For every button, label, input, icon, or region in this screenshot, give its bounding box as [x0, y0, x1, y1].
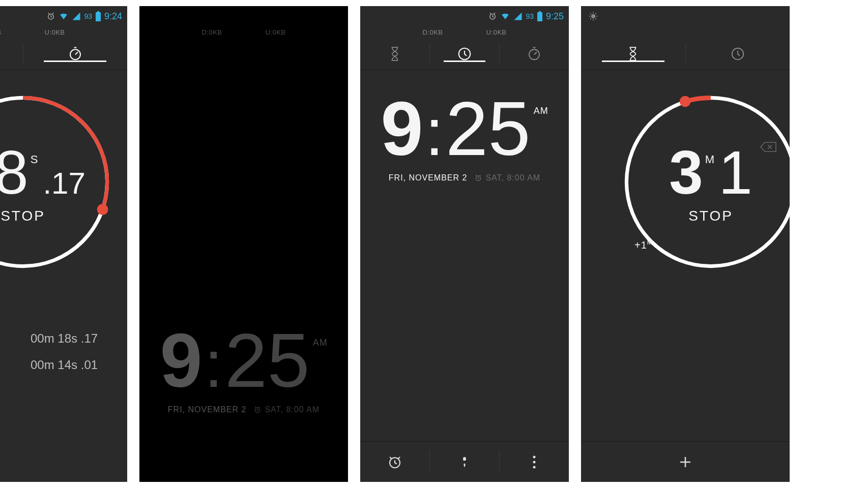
svg-rect-9 [537, 12, 542, 21]
timer-screen: 3 M 1 STOP +1M [581, 6, 790, 482]
alarm-status-icon [46, 12, 55, 21]
stopwatch-dial[interactable]: 18 S .17 STOP [0, 90, 127, 276]
status-time: 9:25 [546, 11, 564, 22]
tab-timer[interactable] [581, 46, 685, 62]
data-rate: D:0KB U:0KB [360, 26, 569, 38]
tab-stopwatch[interactable] [23, 46, 128, 62]
clock-colon: : [205, 326, 223, 402]
clock-minute: 25 [225, 322, 310, 399]
wifi-icon [500, 12, 510, 21]
clock-hour: 9 [381, 90, 423, 167]
status-bar: 93 9:24 [0, 6, 127, 26]
next-alarm: SAT, 8:00 AM [474, 173, 540, 182]
bottom-bar [581, 441, 790, 482]
data-rate: D:0KB U:0KB [139, 26, 348, 38]
battery-icon [537, 11, 543, 21]
battery-level: 93 [84, 12, 92, 20]
battery-level: 93 [526, 12, 534, 20]
lap-cell: m 14s .01 [0, 358, 15, 372]
stopwatch-fraction: .17 [43, 166, 85, 201]
stopwatch-unit: S [31, 153, 38, 166]
alarm-status-icon [488, 12, 497, 21]
download-rate: D:0KB [422, 28, 443, 36]
clock-hour: 9 [160, 322, 202, 399]
tab-clock[interactable] [686, 46, 790, 62]
status-bar [139, 6, 348, 26]
timer-unit: M [705, 153, 714, 166]
timer-time: 3 M 1 [669, 142, 753, 203]
top-tabs [0, 38, 127, 70]
clock-date: FRI, NOVEMBER 2 [168, 405, 247, 414]
alarm-icon [253, 406, 262, 414]
next-alarm-text: SAT, 8:00 AM [485, 173, 540, 182]
stopwatch-seconds: 18 [0, 142, 28, 203]
timer-dial[interactable]: 3 M 1 STOP +1M [581, 90, 790, 276]
stop-button[interactable]: STOP [1, 208, 45, 224]
overflow-menu-button[interactable] [500, 455, 569, 469]
wifi-icon [59, 12, 69, 21]
battery-icon [95, 11, 101, 21]
svg-point-15 [463, 461, 466, 464]
delete-timer-button[interactable] [760, 141, 777, 155]
next-alarm-text: SAT, 8:00 AM [265, 405, 320, 414]
clock-ampm: AM [534, 106, 548, 116]
alarm-icon [474, 174, 482, 182]
plus-one-minute-button[interactable]: +1M [634, 239, 653, 251]
svg-rect-1 [96, 12, 101, 21]
next-alarm: SAT, 8:00 AM [253, 405, 320, 414]
top-tabs [360, 38, 569, 70]
svg-point-17 [533, 461, 536, 463]
upload-rate: U:0KB [265, 28, 285, 36]
lap-cell: 00m 14s .01 [31, 358, 112, 372]
stop-button[interactable]: STOP [688, 208, 733, 224]
lap-cell: 00m 18s .17 [31, 331, 112, 346]
world-clock-button[interactable] [430, 453, 499, 471]
timer-seconds: 1 [718, 142, 753, 203]
stopwatch-time: 18 S .17 [0, 142, 85, 203]
svg-rect-10 [539, 11, 541, 12]
clock-ampm: AM [313, 338, 328, 348]
add-timer-button[interactable] [581, 454, 790, 470]
bottom-bar [360, 441, 569, 482]
signal-icon [513, 12, 523, 21]
tab-clock[interactable] [430, 46, 499, 62]
signal-icon [72, 12, 81, 21]
main-clock: 9 : 25 AM FRI, NOVEMBER 2 SAT, 8:00 AM [360, 90, 569, 182]
clock-colon: : [425, 94, 444, 170]
upload-rate: U:0KB [486, 28, 506, 36]
svg-rect-2 [97, 11, 99, 12]
alarms-button[interactable] [360, 454, 429, 470]
tab-stopwatch[interactable] [500, 46, 569, 62]
lap-list: m 04s .16 00m 18s .17 m 14s .01 00m 14s … [0, 331, 127, 372]
brightness-icon [588, 11, 598, 21]
download-rate: D:1KB [0, 28, 2, 36]
clock-screen: 93 9:25 D:0KB U:0KB 9 : 25 AM FRI, NOVEM… [360, 6, 569, 482]
download-rate: D:0KB [201, 28, 222, 36]
clock-minute: 25 [446, 90, 531, 167]
svg-point-19 [591, 14, 595, 18]
svg-point-18 [533, 466, 536, 468]
tab-timer[interactable] [360, 46, 429, 62]
data-rate: D:1KB U:0KB [0, 26, 127, 38]
lap-cell: m 04s .16 [0, 331, 15, 346]
status-bar: 93 9:25 [360, 6, 569, 26]
stopwatch-screen: 93 9:24 D:1KB U:0KB 18 S [0, 6, 127, 482]
top-tabs [581, 38, 790, 70]
status-bar [581, 6, 790, 26]
svg-point-16 [533, 455, 536, 458]
clock-date: FRI, NOVEMBER 2 [389, 173, 468, 182]
screensaver-clock: 9 : 25 AM FRI, NOVEMBER 2 SAT, 8:00 AM [139, 322, 348, 414]
status-time: 9:24 [104, 11, 122, 22]
tab-clock[interactable] [0, 46, 23, 62]
screensaver-screen[interactable]: D:0KB U:0KB 9 : 25 AM FRI, NOVEMBER 2 SA… [139, 6, 348, 482]
upload-rate: U:0KB [44, 28, 65, 36]
timer-minutes: 3 [669, 142, 703, 203]
